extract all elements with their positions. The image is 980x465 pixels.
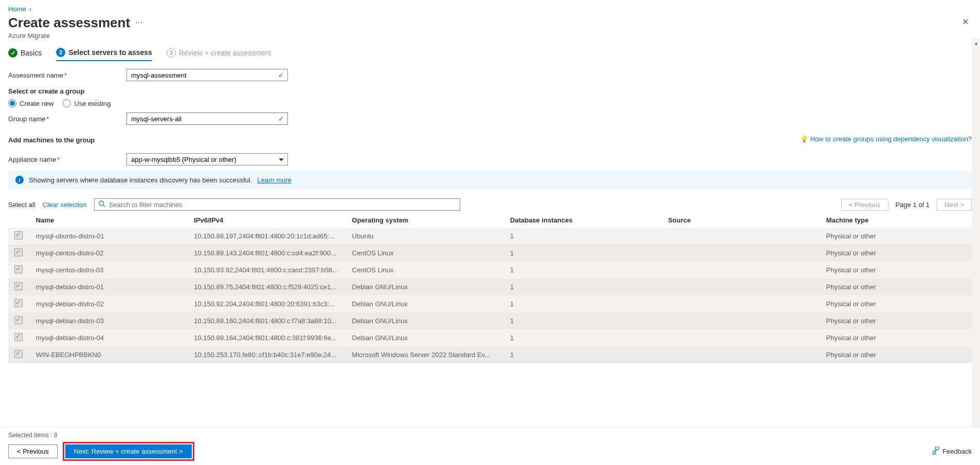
row-checkbox[interactable] — [14, 231, 23, 239]
appliance-name-label: Appliance name* — [8, 156, 126, 163]
step-review[interactable]: 3 Review + create assessment — [167, 48, 271, 61]
cell-ip: 10.150.92.204,2404:f801:4800:20:6391:b3c… — [188, 295, 346, 312]
next-review-button[interactable]: Next: Review + create assessment > — [65, 444, 192, 458]
radio-existing-input[interactable] — [63, 99, 71, 107]
cell-type: Physical or other — [820, 312, 972, 329]
radio-label: Create new — [20, 100, 53, 107]
col-os[interactable]: Operating system — [346, 213, 504, 228]
step-label: Review + create assessment — [179, 49, 271, 57]
row-checkbox[interactable] — [14, 333, 23, 341]
check-icon: ✓ — [278, 115, 284, 123]
table-next-button[interactable]: Next > — [937, 199, 972, 211]
col-name[interactable]: Name — [30, 213, 188, 228]
cell-db: 1 — [504, 329, 662, 346]
col-ip[interactable]: IPv6/IPv4 — [188, 213, 346, 228]
cell-os: CentOS Linux — [346, 262, 504, 278]
clear-selection-link[interactable]: Clear selection — [43, 201, 87, 209]
table-row[interactable]: WIN-EBEOHPBBKN0 10.150.253.170,fe80::cf1… — [8, 346, 972, 363]
select-all-link[interactable]: Select all — [8, 201, 35, 209]
radio-label: Use existing — [74, 100, 111, 107]
col-type[interactable]: Machine type — [820, 213, 972, 228]
assessment-name-label: Assessment name* — [8, 71, 126, 79]
person-feedback-icon — [931, 447, 939, 456]
check-icon: ✓ — [278, 71, 284, 79]
lightbulb-icon: 💡 — [800, 135, 808, 143]
row-checkbox[interactable] — [14, 316, 23, 324]
cell-source — [662, 346, 820, 363]
cell-name: WIN-EBEOHPBBKN0 — [30, 346, 188, 363]
cell-db: 1 — [504, 295, 662, 312]
row-checkbox[interactable] — [14, 265, 23, 273]
cell-source — [662, 245, 820, 262]
cell-ip: 10.150.89.143,2404:f801:4800:c:cd4:ea2f:… — [188, 245, 346, 262]
table-row[interactable]: mysql-debian-distro-04 10.150.89.164,240… — [8, 329, 972, 346]
selected-count: Selected items : 8 — [8, 432, 972, 439]
page-info: Page 1 of 1 — [896, 201, 930, 209]
row-checkbox[interactable] — [14, 282, 23, 290]
cell-db: 1 — [504, 262, 662, 278]
radio-create-new[interactable]: Create new — [8, 99, 53, 107]
breadcrumb-home[interactable]: Home — [8, 5, 26, 13]
svg-rect-3 — [935, 447, 939, 450]
scroll-up-icon[interactable]: ▴ — [972, 39, 980, 47]
assessment-name-input[interactable] — [126, 69, 288, 81]
cell-os: Debian GNU/Linux — [346, 312, 504, 329]
more-icon[interactable]: ⋯ — [135, 18, 142, 27]
step-select-servers[interactable]: 2 Select servers to assess — [56, 48, 152, 61]
cell-os: Debian GNU/Linux — [346, 329, 504, 346]
wizard-steps: ✓ Basics 2 Select servers to assess 3 Re… — [8, 48, 972, 62]
cell-os: Debian GNU/Linux — [346, 278, 504, 295]
cell-ip: 10.150.89.160,2404:f801:4800:c:f7a8:3a88… — [188, 312, 346, 329]
cell-ip: 10.150.89.164,2404:f801:4800:c:381f:9936… — [188, 329, 346, 346]
breadcrumb: Home› — [0, 0, 980, 15]
cell-name: mysql-ubuntu-distro-01 — [30, 228, 188, 245]
cell-source — [662, 278, 820, 295]
cell-os: Ubuntu — [346, 228, 504, 245]
table-row[interactable]: mysql-centos-distro-02 10.150.89.143,240… — [8, 245, 972, 262]
row-checkbox[interactable] — [14, 350, 23, 358]
feedback-button[interactable]: Feedback — [931, 447, 972, 456]
cell-source — [662, 228, 820, 245]
cell-db: 1 — [504, 245, 662, 262]
dependency-viz-link[interactable]: How to create groups using dependency vi… — [810, 135, 972, 143]
table-row[interactable]: mysql-debian-distro-02 10.150.92.204,240… — [8, 295, 972, 312]
group-name-input[interactable] — [126, 113, 288, 125]
cell-source — [662, 295, 820, 312]
cell-type: Physical or other — [820, 329, 972, 346]
step-number: 3 — [167, 48, 176, 58]
table-row[interactable]: mysql-debian-distro-01 10.150.89.75,2404… — [8, 278, 972, 295]
step-basics[interactable]: ✓ Basics — [8, 48, 42, 61]
cell-type: Physical or other — [820, 278, 972, 295]
page-subtitle: Azure Migrate — [8, 32, 142, 40]
info-icon: i — [15, 176, 24, 184]
step-label: Basics — [21, 49, 42, 57]
cell-os: Debian GNU/Linux — [346, 295, 504, 312]
table-row[interactable]: mysql-centos-distro-03 10.150.93.92,2404… — [8, 262, 972, 278]
previous-button[interactable]: < Previous — [8, 444, 58, 458]
cell-ip: 10.150.253.170,fe80::cf1b:b40c:31e7:e90e… — [188, 346, 346, 363]
close-icon[interactable]: ✕ — [959, 15, 972, 29]
row-checkbox[interactable] — [14, 248, 23, 256]
cell-ip: 10.150.88.197,2404:f801:4800:20:1c1d:ad6… — [188, 228, 346, 245]
col-db[interactable]: Database instances — [504, 213, 662, 228]
cell-os: Microsoft Windows Server 2022 Standard E… — [346, 346, 504, 363]
check-icon: ✓ — [8, 48, 17, 58]
learn-more-link[interactable]: Learn more — [257, 176, 291, 184]
cell-ip: 10.150.89.75,2404:f801:4800:c:f529:4025:… — [188, 278, 346, 295]
table-row[interactable]: mysql-ubuntu-distro-01 10.150.88.197,240… — [8, 228, 972, 245]
appliance-select[interactable]: app-w-mysqlbb5 (Physical or other) — [126, 153, 288, 165]
cell-name: mysql-debian-distro-02 — [30, 295, 188, 312]
scrollbar[interactable]: ▴ ▾ — [972, 39, 980, 465]
col-source[interactable]: Source — [662, 213, 820, 228]
step-label: Select servers to assess — [68, 48, 152, 57]
search-icon — [98, 200, 105, 209]
table-row[interactable]: mysql-debian-distro-03 10.150.89.160,240… — [8, 312, 972, 329]
row-checkbox[interactable] — [14, 299, 23, 307]
search-input[interactable] — [94, 198, 461, 211]
feedback-label: Feedback — [942, 448, 972, 455]
radio-create-input[interactable] — [8, 99, 16, 107]
machines-section-heading: Add machines to the group — [8, 136, 95, 144]
radio-use-existing[interactable]: Use existing — [63, 99, 111, 107]
table-prev-button[interactable]: < Previous — [841, 199, 888, 211]
cell-db: 1 — [504, 346, 662, 363]
